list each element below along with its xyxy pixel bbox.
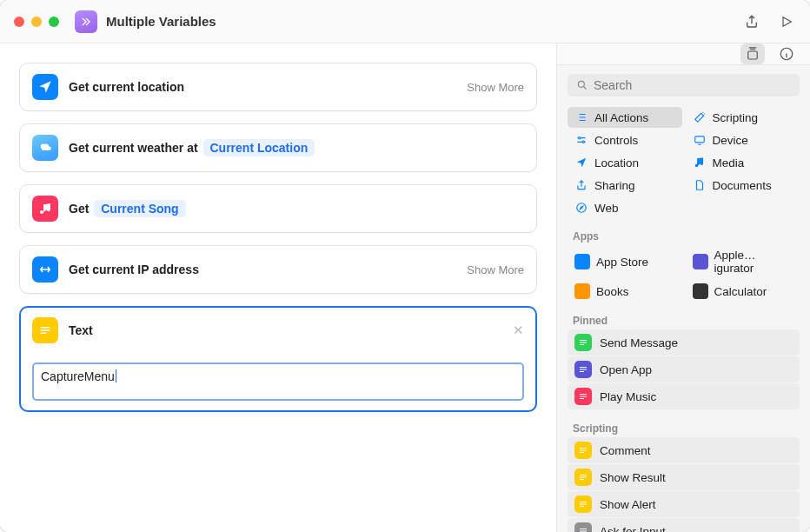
show-more-button[interactable]: Show More [467,81,524,94]
app-app-store[interactable]: App Store [568,245,682,278]
close-window-button[interactable] [14,17,24,27]
row-label: Play Music [600,390,656,403]
app-icon [75,10,97,33]
category-label: Sharing [594,179,635,192]
fullscreen-window-button[interactable] [49,17,59,27]
svg-point-5 [582,141,584,143]
category-device[interactable]: Device [686,130,800,150]
action-ask-for-input[interactable]: Ask for Input [568,518,800,532]
action-icon [574,469,592,486]
category-label: Scripting [713,111,759,124]
category-all-actions[interactable]: All Actions [568,107,682,128]
svg-point-7 [577,203,587,213]
app-apple-igurator[interactable]: Apple…igurator [686,245,800,278]
minimize-window-button[interactable] [31,17,42,27]
svg-rect-6 [694,136,704,143]
titlebar: Multiple Variables [0,0,810,43]
share-button[interactable] [742,12,761,31]
app-icon [693,254,708,269]
category-media[interactable]: Media [686,152,800,173]
category-label: Device [713,134,748,147]
action-get-location[interactable]: Get current location Show More [19,63,537,111]
action-play-music[interactable]: Play Music [568,383,800,409]
action-icon [574,388,592,405]
action-get-ip[interactable]: Get current IP address Show More [19,245,537,294]
info-button[interactable] [777,44,796,63]
window-controls [14,17,59,27]
category-sharing[interactable]: Sharing [568,175,682,196]
row-label: Calculator [714,285,767,298]
variable-token[interactable]: Current Song [94,200,185,217]
display-icon [693,133,707,147]
action-send-message[interactable]: Send Message [568,329,800,356]
row-label: Comment [600,444,651,457]
run-button[interactable] [777,12,796,31]
show-more-button[interactable]: Show More [467,263,524,276]
category-label: Controls [594,134,638,147]
action-get-song[interactable]: Get Current Song [19,184,537,233]
library-toggle-button[interactable] [740,43,765,64]
action-show-result[interactable]: Show Result [568,464,800,490]
action-show-alert[interactable]: Show Alert [568,491,800,517]
text-input[interactable]: CaptureMenu [32,362,524,401]
row-label: Ask for Input [600,525,666,533]
action-title: Get current IP address [69,263,199,276]
doc-icon [693,178,707,192]
row-label: Books [596,285,629,298]
action-icon [574,442,592,459]
note-icon [693,156,707,170]
category-grid: All ActionsScriptingControlsDeviceLocati… [557,105,810,225]
category-label: Media [713,156,745,170]
text-icon [32,317,58,343]
app-icon [574,254,590,269]
category-label: All Actions [594,111,648,124]
wand-icon [693,110,707,124]
category-scripting[interactable]: Scripting [686,107,800,128]
svg-point-3 [578,81,584,87]
app-icon [574,283,590,299]
variable-token[interactable]: Current Location [203,139,315,156]
category-controls[interactable]: Controls [568,130,682,150]
svg-point-4 [579,137,581,139]
category-web[interactable]: Web [568,197,682,218]
share-icon [574,178,588,192]
action-get-weather[interactable]: Get current weather at Current Location [19,123,537,172]
network-icon [32,256,58,283]
music-icon [32,196,58,222]
window-title: Multiple Variables [106,14,742,29]
category-label: Location [594,156,639,170]
weather-icon [32,135,58,161]
action-icon [574,522,592,532]
row-label: App Store [596,256,648,269]
action-icon [574,334,592,351]
search-icon [576,79,588,91]
action-title: Get current location [69,80,184,94]
remove-action-button[interactable]: ✕ [513,323,524,338]
action-icon [574,361,592,378]
category-documents[interactable]: Documents [686,175,800,196]
app-icon [693,283,708,299]
library-sidebar: All ActionsScriptingControlsDeviceLocati… [556,43,810,532]
category-label: Documents [713,179,772,192]
action-title: Text [69,323,93,337]
row-label: Apple…igurator [714,249,793,275]
workflow-editor[interactable]: Get current location Show More Get curre… [0,43,556,532]
row-label: Show Alert [600,498,656,511]
row-label: Send Message [600,336,678,349]
action-icon [574,495,592,513]
action-open-app[interactable]: Open App [568,356,800,382]
section-header: Pinned [557,309,810,329]
section-header: Apps [557,225,810,245]
action-text[interactable]: Text ✕ CaptureMenu [19,306,537,412]
safari-icon [574,201,588,215]
app-books[interactable]: Books [568,280,682,303]
search-field[interactable] [568,74,800,96]
section-header: Scripting [557,417,810,437]
app-calculator[interactable]: Calculator [686,280,800,303]
row-label: Open App [600,363,652,376]
nav-icon [574,156,588,170]
list-icon [574,110,588,124]
action-comment[interactable]: Comment [568,437,800,463]
search-input[interactable] [594,78,791,92]
category-location[interactable]: Location [568,152,682,173]
